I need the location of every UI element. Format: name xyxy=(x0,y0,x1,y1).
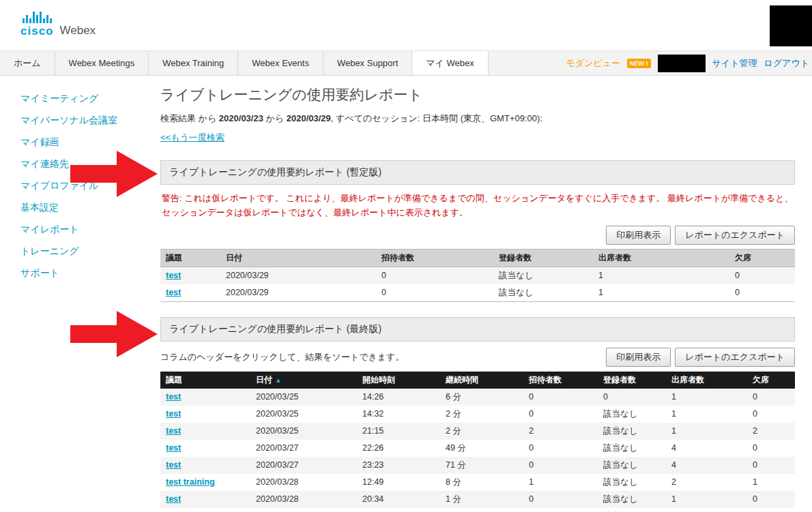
sidebar-item: マイパーソナル会議室 xyxy=(20,114,160,127)
final-report-table: 議題日付▲開始時刻継続時間招待者数登録者数出席者数欠席 test2020/03/… xyxy=(160,372,795,512)
column-header[interactable]: 議題 xyxy=(160,249,220,267)
sidebar-link[interactable]: マイパーソナル会議室 xyxy=(20,115,117,125)
search-again-link[interactable]: <<もう一度検索 xyxy=(160,132,224,144)
new-badge: NEW ! xyxy=(627,59,651,68)
column-header[interactable]: 欠席 xyxy=(747,372,795,389)
column-header[interactable]: 欠席 xyxy=(729,249,795,267)
cell: 71 分 xyxy=(440,457,523,474)
tab-webex-training[interactable]: Webex Training xyxy=(149,51,238,75)
sidebar-item: マイミーティング xyxy=(20,92,160,105)
print-view-button[interactable]: 印刷用表示 xyxy=(606,348,671,367)
sidebar-link[interactable]: マイ録画 xyxy=(20,136,59,147)
cell: 1 xyxy=(666,508,747,512)
topic-link[interactable]: test xyxy=(166,392,181,402)
logout-link[interactable]: ログアウト xyxy=(764,57,809,70)
cell: 2 分 xyxy=(440,423,523,440)
cell: 4 xyxy=(666,457,747,474)
site-admin-link[interactable]: サイト管理 xyxy=(712,57,757,70)
cell: 22:26 xyxy=(357,440,440,457)
cell: test xyxy=(160,423,250,440)
sidebar-item: トレーニング xyxy=(20,245,160,258)
report-row: test2020/03/2514:322 分0該当なし10 xyxy=(160,406,795,423)
sidebar-item: サポート xyxy=(20,267,160,280)
final-report-section: ライブトレーニングの使用要約レポート (最終版) コラムのヘッダーをクリックして… xyxy=(160,317,795,512)
sidebar-item: マイ連絡先 xyxy=(20,157,160,170)
column-header[interactable]: 日付 xyxy=(220,249,376,267)
column-header[interactable]: 出席者数 xyxy=(593,249,729,267)
cell: 0 xyxy=(523,406,598,423)
column-header[interactable]: 招待者数 xyxy=(523,372,598,389)
export-report-button[interactable]: レポートのエクスポート xyxy=(675,348,795,367)
cell: 1 xyxy=(747,474,795,491)
cell: test xyxy=(160,491,250,508)
cell: test xyxy=(160,284,220,302)
column-header[interactable]: 日付▲ xyxy=(250,372,357,389)
sidebar-link[interactable]: トレーニング xyxy=(20,245,79,256)
cell: 2020/03/25 xyxy=(250,406,357,423)
cell: 0 xyxy=(747,508,795,512)
cell: 14:26 xyxy=(357,389,440,406)
cell: 1 xyxy=(666,491,747,508)
sidebar-item: マイプロファイル xyxy=(20,179,160,192)
sort-hint-text: コラムのヘッダーをクリックして、結果をソートできます。 xyxy=(160,351,404,363)
cell: 0 xyxy=(523,440,598,457)
sort-ascending-icon: ▲ xyxy=(275,376,282,384)
tab-webex-meetings[interactable]: Webex Meetings xyxy=(55,51,149,75)
column-header[interactable]: 継続時間 xyxy=(440,372,523,389)
export-report-button[interactable]: レポートのエクスポート xyxy=(675,226,795,245)
print-view-button[interactable]: 印刷用表示 xyxy=(606,226,671,245)
cell: 該当なし xyxy=(598,474,666,491)
webex-classic-page: cisco Webex ホーム Webex Meetings Webex Tra… xyxy=(0,0,812,512)
cell: 1 xyxy=(593,284,729,302)
sidebar-link[interactable]: サポート xyxy=(20,267,59,278)
cell: 0 xyxy=(523,491,598,508)
cell: 2020/03/28 xyxy=(250,508,357,512)
sidebar-link[interactable]: マイプロファイル xyxy=(20,180,99,191)
cell: 1 xyxy=(666,423,747,440)
tab-webex-support[interactable]: Webex Support xyxy=(323,51,412,75)
final-actions: 印刷用表示 レポートのエクスポート xyxy=(606,348,795,367)
cell: 0 xyxy=(729,284,795,302)
topic-link[interactable]: test xyxy=(166,443,181,453)
cell: 1 分 xyxy=(440,491,523,508)
column-header[interactable]: 登録者数 xyxy=(598,372,666,389)
sidebar-link[interactable]: マイレポート xyxy=(20,224,79,235)
topic-link[interactable]: test xyxy=(166,409,181,419)
column-header[interactable]: 開始時刻 xyxy=(357,372,440,389)
topic-link[interactable]: test training xyxy=(166,477,215,487)
cell: 12:49 xyxy=(357,474,440,491)
cell: 1 xyxy=(666,389,747,406)
topic-link[interactable]: test xyxy=(166,288,181,297)
tab-home[interactable]: ホーム xyxy=(0,51,55,75)
sidebar-link[interactable]: マイミーティング xyxy=(20,93,98,104)
cell: 0 xyxy=(376,284,493,302)
column-header[interactable]: 議題 xyxy=(160,372,250,389)
topic-link[interactable]: test xyxy=(166,271,181,280)
cell: 2020/03/28 xyxy=(250,491,357,508)
cell: 0 xyxy=(523,389,598,406)
cell: test xyxy=(160,457,250,474)
date-from: 2020/03/23 xyxy=(219,113,263,123)
final-section-heading: ライブトレーニングの使用要約レポート (最終版) xyxy=(160,317,795,342)
tab-webex-events[interactable]: Webex Events xyxy=(238,51,323,75)
modern-view-link[interactable]: モダンビュー xyxy=(566,57,621,70)
content-area: マイミーティングマイパーソナル会議室マイ録画マイ連絡先マイプロファイル基本設定マ… xyxy=(0,76,812,512)
topic-link[interactable]: test xyxy=(166,426,181,436)
cell: 20:34 xyxy=(357,491,440,508)
cell: 8 分 xyxy=(440,474,523,491)
sidebar-link[interactable]: 基本設定 xyxy=(20,202,59,213)
tab-my-webex[interactable]: マイ Webex xyxy=(412,51,488,75)
topic-link[interactable]: test xyxy=(166,494,181,504)
cell: 0 xyxy=(598,389,666,406)
column-header[interactable]: 登録者数 xyxy=(493,249,593,267)
report-row: test2020/03/2514:266 分0010 xyxy=(160,389,795,406)
sidebar-item: 基本設定 xyxy=(20,201,160,214)
topic-link[interactable]: test xyxy=(166,460,181,470)
sidebar-link[interactable]: マイ連絡先 xyxy=(20,158,69,169)
column-header[interactable]: 出席者数 xyxy=(666,372,747,389)
sidebar-item: マイレポート xyxy=(20,223,160,236)
column-header[interactable]: 招待者数 xyxy=(376,249,493,267)
cell: 21:11 xyxy=(357,508,440,512)
cell: 0 xyxy=(747,389,795,406)
report-row: test2020/03/290該当なし10 xyxy=(160,284,795,302)
